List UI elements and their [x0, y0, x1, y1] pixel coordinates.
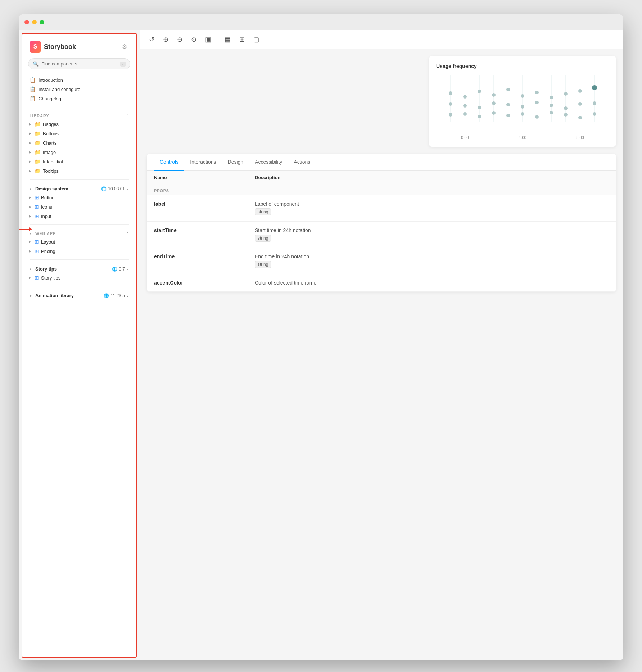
main-content: ↺ ⊕ ⊖ ⊙ ▣ ▤ ⊞ ▢ Usage frequency [140, 30, 623, 660]
tab-interactions[interactable]: Interactions [184, 154, 222, 171]
grid-icon: ⊞ [35, 213, 39, 219]
grid-icon: ⊞ [35, 275, 39, 281]
library-collapse-icon[interactable]: ⌃ [126, 114, 129, 118]
sidebar-item-introduction[interactable]: 📋 Introduction [25, 75, 133, 85]
file-icon: 📋 [30, 77, 36, 83]
tab-accessibility[interactable]: Accessibility [249, 154, 288, 171]
prop-name: endTime [154, 254, 255, 259]
sidebar-item-buttons[interactable]: ▶ 📁 Buttons [25, 129, 133, 138]
zoom-out-button[interactable]: ⊖ [175, 34, 185, 45]
svg-point-18 [550, 96, 553, 99]
prop-name: startTime [154, 227, 255, 233]
type-badge: string [255, 208, 271, 215]
type-badge: string [255, 261, 271, 268]
search-input[interactable] [41, 61, 117, 67]
search-bar[interactable]: 🔍 / [28, 58, 130, 69]
zoom-in-button[interactable]: ⊕ [161, 34, 171, 45]
story-tips-header: ▾ Story tips 🌐 0.7 ∨ [25, 263, 133, 273]
story-tips-version: 0.7 [119, 267, 125, 272]
usage-frequency-chart: Usage frequency [429, 56, 616, 147]
sidebar-item-charts[interactable]: ▶ 📁 Charts [25, 138, 133, 147]
chevron-down-icon: ▾ [30, 187, 33, 191]
story-tips-version-area[interactable]: 🌐 0.7 ∨ [112, 267, 129, 272]
sidebar-item-input[interactable]: ▶ ⊞ Input [25, 212, 133, 221]
sidebar-item-pricing[interactable]: ▶ ⊞ Pricing [25, 246, 133, 256]
version-chevron-icon: ∨ [126, 187, 129, 191]
svg-point-42 [578, 116, 582, 119]
prop-name: accentColor [154, 280, 255, 286]
sidebar-item-interstitial[interactable]: ▶ 📁 Interstitial [25, 157, 133, 166]
prop-description: Label of component string [255, 201, 609, 215]
divider [30, 286, 129, 286]
chevron-right-icon: ▶ [29, 205, 32, 209]
sidebar-annotation: Sidebar [19, 224, 32, 234]
zoom-reset-button[interactable]: ⊙ [189, 34, 199, 45]
globe-icon: 🌐 [104, 293, 109, 298]
tree-item-label: Pricing [41, 249, 55, 254]
svg-point-16 [521, 94, 524, 98]
version-chevron-icon: ∨ [126, 267, 129, 271]
file-icon: 📋 [30, 96, 36, 101]
svg-point-38 [521, 112, 524, 116]
sidebar: S Storybook ⚙ 🔍 / 📋 Introduction [22, 33, 137, 658]
prop-description: Color of selected timeframe [255, 280, 609, 286]
svg-point-22 [449, 102, 452, 106]
svg-point-17 [535, 91, 539, 94]
view-mode-button[interactable]: ▣ [203, 34, 213, 45]
prop-description: Start time in 24h notation string [255, 227, 609, 242]
svg-point-34 [463, 112, 467, 116]
maximize-button[interactable] [40, 20, 44, 24]
tree-item-label: Story tips [41, 275, 60, 281]
sidebar-header: S Storybook ⚙ [22, 34, 136, 58]
sidebar-item-changelog[interactable]: 📋 Changelog [25, 94, 133, 103]
close-button[interactable] [24, 20, 29, 24]
chart-title: Usage frequency [436, 63, 609, 69]
settings-button[interactable]: ⚙ [120, 41, 129, 52]
type-badge: string [255, 235, 271, 242]
minimize-button[interactable] [32, 20, 37, 24]
tree-item-label: Input [41, 214, 51, 219]
sidebar-item-story-tips[interactable]: ▶ ⊞ Story tips [25, 273, 133, 282]
sidebar-item-icons[interactable]: ▶ ⊞ Icons [25, 202, 133, 212]
svg-point-11 [449, 91, 452, 95]
animation-library-version-area[interactable]: 🌐 11.23.5 ∨ [104, 293, 129, 298]
tree-item-label: Image [43, 150, 56, 155]
sidebar-item-image[interactable]: ▶ 📁 Image [25, 147, 133, 157]
version-chevron-icon: ∨ [126, 294, 129, 298]
sidebar-item-layout[interactable]: ▶ ⊞ Layout [25, 237, 133, 246]
svg-point-23 [463, 104, 467, 108]
design-system-version-area[interactable]: 🌐 10.03.01 ∨ [101, 186, 129, 191]
web-app-section-title: WEB APP [35, 231, 56, 236]
svg-point-43 [593, 112, 596, 116]
folder-icon: 📁 [35, 159, 41, 164]
web-app-collapse-icon[interactable]: ⌃ [126, 232, 129, 236]
tree-item-label: Icons [41, 204, 52, 210]
layout-button-1[interactable]: ▤ [222, 34, 233, 45]
design-system-version: 10.03.01 [108, 186, 125, 191]
logo-area: S Storybook [30, 41, 76, 53]
tabs-bar: Controls Interactions Design Accessibili… [147, 154, 616, 171]
layout-button-3[interactable]: ▢ [251, 34, 262, 45]
tab-controls[interactable]: Controls [154, 154, 184, 171]
storybook-logo-icon: S [30, 41, 41, 53]
table-row: label Label of component string [147, 195, 616, 222]
folder-icon: 📁 [35, 121, 41, 127]
sidebar-item-install[interactable]: 📋 Install and configure [25, 85, 133, 94]
grid-icon: ⊞ [35, 195, 39, 200]
globe-icon: 🌐 [101, 186, 107, 191]
svg-point-29 [550, 104, 553, 107]
tab-design[interactable]: Design [222, 154, 249, 171]
chevron-right-icon: ▶ [29, 141, 32, 145]
layout-button-2[interactable]: ⊞ [237, 34, 247, 45]
refresh-button[interactable]: ↺ [147, 34, 157, 45]
sidebar-item-button[interactable]: ▶ ⊞ Button [25, 193, 133, 202]
divider [30, 259, 129, 260]
tab-actions[interactable]: Actions [288, 154, 316, 171]
sidebar-item-tooltips[interactable]: ▶ 📁 Tooltips [25, 166, 133, 176]
chevron-right-icon: ▶ [29, 150, 32, 154]
chevron-right-icon: ▶ [30, 294, 33, 298]
chart-x-labels: 0:00 4:00 8:00 [436, 135, 609, 140]
sidebar-item-badges[interactable]: ▶ 📁 Badges [25, 119, 133, 129]
column-name-header: Name [154, 175, 255, 180]
window-body: Sidebar S Storybook ⚙ 🔍 [19, 30, 623, 660]
